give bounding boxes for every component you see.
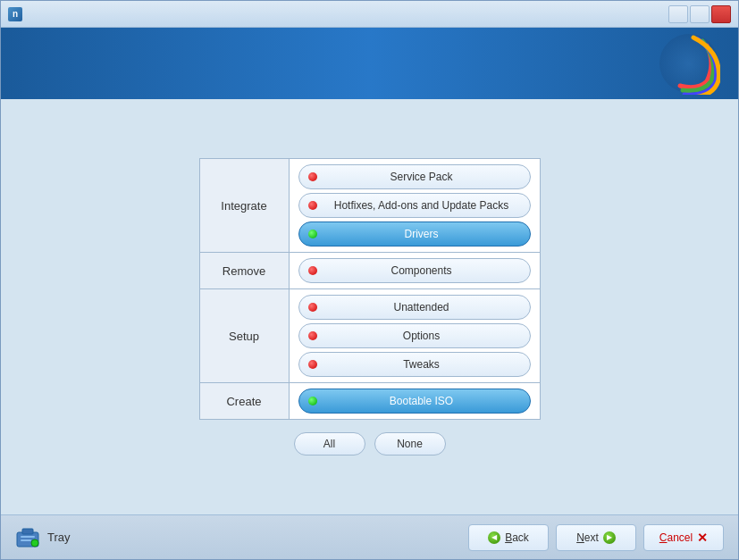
back-label: Back bbox=[505, 531, 529, 544]
next-label: Next bbox=[576, 531, 599, 544]
service-pack-label: Service Pack bbox=[323, 171, 521, 183]
drivers-label: Drivers bbox=[323, 228, 521, 240]
options-status-dot bbox=[308, 331, 317, 340]
service-pack-status-dot bbox=[308, 172, 317, 181]
hotfixes-button[interactable]: Hotfixes, Add-ons and Update Packs bbox=[298, 193, 531, 218]
drivers-status-dot bbox=[308, 230, 317, 238]
section-row-integrate: IntegrateService PackHotfixes, Add-ons a… bbox=[199, 159, 540, 253]
setup-label: Setup bbox=[199, 289, 289, 383]
hotfixes-status-dot bbox=[308, 201, 317, 210]
drivers-button[interactable]: Drivers bbox=[298, 221, 531, 247]
section-row-remove: RemoveComponents bbox=[199, 253, 540, 289]
hotfixes-label: Hotfixes, Add-ons and Update Packs bbox=[323, 199, 521, 212]
create-label: Create bbox=[199, 383, 289, 420]
preset-buttons: AllNone bbox=[294, 432, 446, 456]
tweaks-button[interactable]: Tweaks bbox=[298, 352, 531, 377]
main-window: n bbox=[0, 0, 739, 560]
tray-label: Tray bbox=[47, 531, 71, 544]
back-button[interactable]: ◀Back bbox=[468, 524, 549, 551]
components-label: Components bbox=[323, 264, 521, 277]
components-status-dot bbox=[308, 266, 317, 275]
options-label: Options bbox=[323, 330, 521, 342]
tweaks-label: Tweaks bbox=[323, 358, 521, 371]
create-buttons-cell: Bootable ISO bbox=[289, 383, 540, 420]
tweaks-status-dot bbox=[308, 360, 317, 369]
none-button[interactable]: None bbox=[374, 432, 446, 456]
cancel-label: Cancel bbox=[659, 531, 693, 544]
integrate-label: Integrate bbox=[199, 159, 289, 253]
setup-buttons-cell: UnattendedOptionsTweaks bbox=[289, 289, 540, 383]
all-button[interactable]: All bbox=[294, 432, 365, 456]
components-button[interactable]: Components bbox=[298, 258, 531, 283]
cancel-x-icon: ✕ bbox=[697, 531, 708, 545]
unattended-status-dot bbox=[308, 303, 317, 312]
tray-icon bbox=[15, 525, 40, 550]
header-logo bbox=[658, 32, 720, 95]
next-arrow-icon: ▶ bbox=[603, 531, 616, 544]
bootable-iso-status-dot bbox=[308, 397, 317, 405]
window-controls bbox=[668, 5, 731, 23]
close-button[interactable] bbox=[711, 5, 731, 23]
footer: Tray◀BackNext▶Cancel✕ bbox=[1, 514, 738, 559]
main-content: IntegrateService PackHotfixes, Add-ons a… bbox=[1, 99, 738, 514]
svg-point-5 bbox=[31, 539, 38, 547]
header-banner bbox=[1, 28, 738, 99]
title-bar: n bbox=[1, 1, 738, 28]
section-row-create: CreateBootable ISO bbox=[199, 383, 540, 420]
service-pack-button[interactable]: Service Pack bbox=[298, 164, 531, 189]
app-icon: n bbox=[8, 7, 22, 21]
unattended-label: Unattended bbox=[323, 301, 521, 313]
remove-label: Remove bbox=[199, 253, 289, 289]
task-grid-wrapper: IntegrateService PackHotfixes, Add-ons a… bbox=[199, 158, 541, 420]
options-button[interactable]: Options bbox=[298, 323, 531, 348]
unattended-button[interactable]: Unattended bbox=[298, 295, 531, 320]
maximize-button[interactable] bbox=[690, 5, 710, 23]
integrate-buttons-cell: Service PackHotfixes, Add-ons and Update… bbox=[289, 159, 540, 253]
title-bar-left: n bbox=[8, 7, 28, 21]
next-button[interactable]: Next▶ bbox=[556, 524, 636, 551]
footer-right: ◀BackNext▶Cancel✕ bbox=[468, 524, 724, 551]
svg-rect-2 bbox=[22, 529, 33, 534]
bootable-iso-button[interactable]: Bootable ISO bbox=[298, 389, 531, 414]
back-arrow-icon: ◀ bbox=[488, 531, 500, 544]
minimize-button[interactable] bbox=[668, 5, 688, 23]
cancel-button[interactable]: Cancel✕ bbox=[643, 524, 724, 551]
svg-rect-3 bbox=[21, 536, 35, 538]
section-row-setup: SetupUnattendedOptionsTweaks bbox=[199, 289, 540, 383]
svg-rect-4 bbox=[21, 539, 31, 541]
bootable-iso-label: Bootable ISO bbox=[323, 395, 521, 407]
remove-buttons-cell: Components bbox=[289, 253, 540, 289]
footer-left: Tray bbox=[15, 525, 71, 550]
